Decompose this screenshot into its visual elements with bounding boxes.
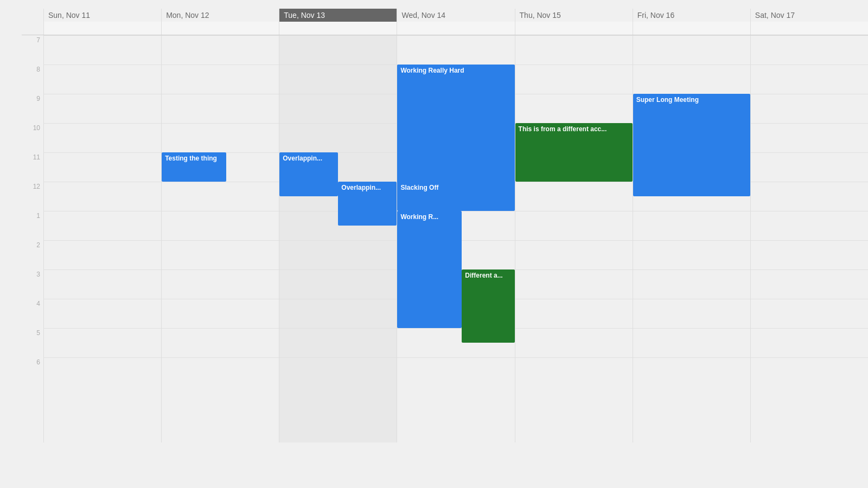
- all-day-row: [22, 22, 868, 35]
- hour-cell-2-2[interactable]: [279, 94, 397, 123]
- day-column-5: Super Long Meeting: [633, 35, 750, 442]
- hour-cell-6-2[interactable]: [751, 94, 868, 123]
- hour-cell-6-5[interactable]: [751, 182, 868, 211]
- hour-cell-5-10[interactable]: [633, 328, 750, 357]
- hour-cell-4-9[interactable]: [515, 299, 633, 328]
- day-column-0: [43, 35, 161, 442]
- day-column-2: Overlappin...Overlappin...: [279, 35, 397, 442]
- hour-cell-1-7[interactable]: [162, 240, 279, 269]
- hour-cell-5-1[interactable]: [633, 65, 750, 94]
- day-column-4: This is from a different acc...: [515, 35, 633, 442]
- hour-cell-3-0[interactable]: [397, 35, 514, 65]
- hour-cell-4-11[interactable]: [515, 357, 633, 387]
- hour-cell-0-6[interactable]: [44, 211, 161, 240]
- calendar-wrapper: Sun, Nov 11Mon, Nov 12Tue, Nov 13Wed, No…: [0, 9, 868, 442]
- event-this-is-different-acc[interactable]: This is from a different acc...: [515, 123, 633, 182]
- day-column-3: Working Really HardSlacking OffWorking R…: [397, 35, 514, 442]
- hour-cell-1-2[interactable]: [162, 94, 279, 123]
- time-label-1: 1: [22, 211, 43, 240]
- hour-cell-3-11[interactable]: [397, 357, 514, 387]
- hour-cell-6-4[interactable]: [751, 152, 868, 182]
- hour-cell-0-8[interactable]: [44, 269, 161, 299]
- hour-cell-0-11[interactable]: [44, 357, 161, 387]
- hour-cell-5-0[interactable]: [633, 35, 750, 65]
- hour-cell-6-0[interactable]: [751, 35, 868, 65]
- day-header-4: Thu, Nov 15: [515, 9, 633, 22]
- hour-cell-0-3[interactable]: [44, 123, 161, 152]
- all-day-cell-2: [279, 22, 397, 35]
- hour-cell-6-7[interactable]: [751, 240, 868, 269]
- hour-cell-5-11[interactable]: [633, 357, 750, 387]
- hour-cell-4-10[interactable]: [515, 328, 633, 357]
- time-label-6: 6: [22, 357, 43, 387]
- event-super-long-meeting[interactable]: Super Long Meeting: [633, 94, 750, 196]
- days-grid: Testing the thingOverlappin...Overlappin…: [43, 35, 868, 442]
- event-working-r[interactable]: Working R...: [397, 211, 462, 328]
- hour-cell-1-9[interactable]: [162, 299, 279, 328]
- hour-cell-0-4[interactable]: [44, 152, 161, 182]
- hour-cell-6-1[interactable]: [751, 65, 868, 94]
- hour-cell-1-6[interactable]: [162, 211, 279, 240]
- day-header-6: Sat, Nov 17: [750, 9, 868, 22]
- time-label-2: 2: [22, 240, 43, 269]
- hour-cell-0-7[interactable]: [44, 240, 161, 269]
- all-day-cell-6: [750, 22, 868, 35]
- hour-cell-0-9[interactable]: [44, 299, 161, 328]
- hour-cell-6-8[interactable]: [751, 269, 868, 299]
- hour-cell-1-10[interactable]: [162, 328, 279, 357]
- time-label-10: 10: [22, 123, 43, 152]
- hour-cell-2-8[interactable]: [279, 269, 397, 299]
- hour-cell-1-3[interactable]: [162, 123, 279, 152]
- hour-cell-6-11[interactable]: [751, 357, 868, 387]
- event-overlappin2[interactable]: Overlappin...: [338, 182, 397, 226]
- hour-cell-4-5[interactable]: [515, 182, 633, 211]
- hour-cell-2-0[interactable]: [279, 35, 397, 65]
- hour-cell-4-2[interactable]: [515, 94, 633, 123]
- hour-cell-6-3[interactable]: [751, 123, 868, 152]
- hour-cell-2-7[interactable]: [279, 240, 397, 269]
- time-gutter: 789101112123456: [22, 35, 43, 442]
- hour-cell-1-5[interactable]: [162, 182, 279, 211]
- hour-cell-0-5[interactable]: [44, 182, 161, 211]
- day-header-5: Fri, Nov 16: [633, 9, 750, 22]
- hour-cell-2-1[interactable]: [279, 65, 397, 94]
- hour-cell-2-10[interactable]: [279, 328, 397, 357]
- hour-cell-4-6[interactable]: [515, 211, 633, 240]
- hour-cell-0-2[interactable]: [44, 94, 161, 123]
- hour-cell-4-1[interactable]: [515, 65, 633, 94]
- hour-cell-0-1[interactable]: [44, 65, 161, 94]
- time-label-4: 4: [22, 299, 43, 328]
- grid-area[interactable]: 789101112123456 Testing the thingOverlap…: [22, 35, 868, 442]
- hour-cell-1-1[interactable]: [162, 65, 279, 94]
- hour-cell-5-6[interactable]: [633, 211, 750, 240]
- hour-cell-2-9[interactable]: [279, 299, 397, 328]
- event-overlappin1[interactable]: Overlappin...: [279, 152, 338, 196]
- all-day-cell-4: [515, 22, 633, 35]
- time-label-9: 9: [22, 94, 43, 123]
- hour-cell-4-7[interactable]: [515, 240, 633, 269]
- all-day-cell-5: [633, 22, 750, 35]
- hour-cell-6-6[interactable]: [751, 211, 868, 240]
- hour-cell-0-0[interactable]: [44, 35, 161, 65]
- hour-cell-6-9[interactable]: [751, 299, 868, 328]
- hour-cell-4-8[interactable]: [515, 269, 633, 299]
- event-slacking-off[interactable]: Slacking Off: [397, 182, 514, 211]
- event-testing-the-thing[interactable]: Testing the thing: [162, 152, 226, 182]
- hour-cell-5-7[interactable]: [633, 240, 750, 269]
- hour-cell-2-3[interactable]: [279, 123, 397, 152]
- day-header-1: Mon, Nov 12: [161, 9, 279, 22]
- hour-cell-4-0[interactable]: [515, 35, 633, 65]
- hour-cell-2-11[interactable]: [279, 357, 397, 387]
- hour-cell-1-11[interactable]: [162, 357, 279, 387]
- time-label-7: 7: [22, 35, 43, 65]
- hour-cell-6-10[interactable]: [751, 328, 868, 357]
- hour-cell-0-10[interactable]: [44, 328, 161, 357]
- hour-cell-5-9[interactable]: [633, 299, 750, 328]
- time-label-8: 8: [22, 65, 43, 94]
- event-working-really-hard[interactable]: Working Really Hard: [397, 65, 514, 196]
- event-different-a[interactable]: Different a...: [462, 269, 514, 343]
- hour-cell-1-8[interactable]: [162, 269, 279, 299]
- hour-cell-5-8[interactable]: [633, 269, 750, 299]
- day-column-1: Testing the thing: [161, 35, 279, 442]
- hour-cell-1-0[interactable]: [162, 35, 279, 65]
